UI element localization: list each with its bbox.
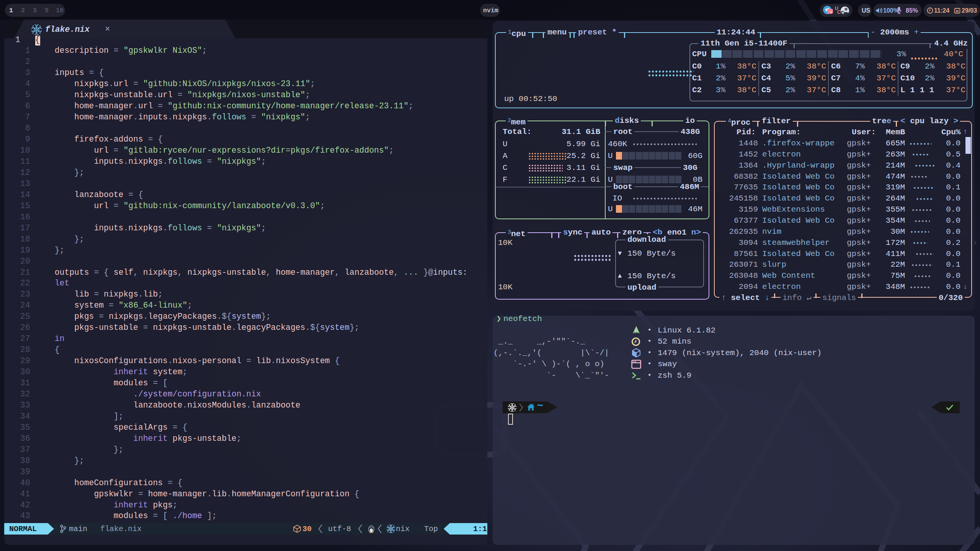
svg-text:..1: ..1 [828,10,832,14]
svg-text:C: C [837,9,841,15]
